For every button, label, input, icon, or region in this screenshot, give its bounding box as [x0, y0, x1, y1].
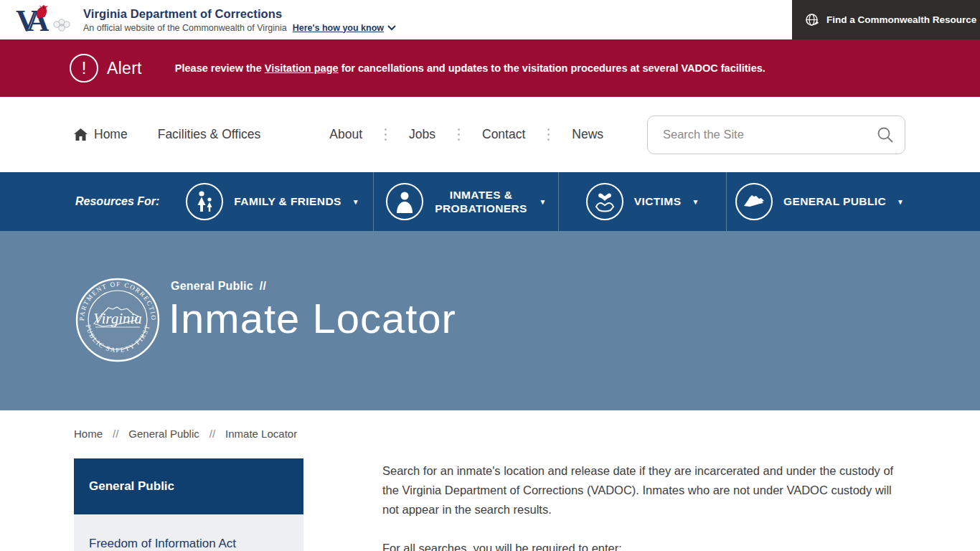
breadcrumb-general-public[interactable]: General Public — [128, 428, 199, 440]
va-cardinal-logo-icon: VA — [16, 4, 77, 37]
resources-victims-label: VICTIMS — [634, 195, 682, 208]
caret-down-icon: ▼ — [692, 198, 699, 206]
breadcrumb-current: Inmate Locator — [225, 428, 297, 440]
breadcrumb-separator: // — [209, 428, 215, 440]
breadcrumb-home[interactable]: Home — [74, 428, 103, 440]
virginia-map-icon — [735, 183, 773, 220]
family-icon — [186, 183, 223, 220]
vadoc-seal-icon: DEPARTMENT OF CORRECTIONS PUBLIC SAFETY … — [74, 276, 161, 364]
resources-for-label: Resources For: — [75, 172, 172, 231]
hero-banner: DEPARTMENT OF CORRECTIONS PUBLIC SAFETY … — [0, 231, 980, 410]
site-title: Virginia Department of Corrections — [83, 7, 396, 21]
person-bust-icon — [386, 183, 423, 220]
alert-banner: ! Alert Please review the Visitation pag… — [0, 39, 980, 97]
resources-public-label: GENERAL PUBLIC — [783, 195, 886, 208]
exclamation-glyph: ! — [82, 58, 87, 78]
caret-down-icon: ▼ — [352, 198, 359, 206]
heart-in-hands-icon — [586, 183, 623, 220]
nav-contact[interactable]: Contact — [482, 127, 525, 142]
resources-family-label: FAMILY & FRIENDS — [234, 195, 341, 208]
alert-message: Please review the Visitation page for ca… — [175, 62, 765, 74]
exclamation-circle-icon: ! — [70, 54, 98, 83]
nav-about-label: About — [329, 127, 362, 142]
visitation-page-link[interactable]: Visitation page — [265, 62, 339, 74]
main-article: Search for an inmate's location and rele… — [382, 458, 905, 551]
search-icon[interactable] — [877, 126, 894, 143]
sidebar-active-label: General Public — [89, 479, 174, 494]
alert-label: Alert — [107, 59, 142, 78]
requirements-lead: For all searches, you will be required t… — [382, 539, 905, 551]
hero-breadcrumb-separator: // — [260, 280, 266, 292]
hero-breadcrumb[interactable]: General Public// — [171, 280, 266, 293]
nav-facilities-label: Facilities & Offices — [158, 127, 261, 142]
page-content: General Public Freedom of Information Ac… — [0, 440, 980, 551]
nav-divider — [547, 128, 550, 141]
globe-icon — [805, 13, 819, 27]
home-icon — [74, 128, 88, 141]
sidebar-item-foia[interactable]: Freedom of Information Act — [89, 537, 288, 551]
alert-message-after: for cancellations and updates to the vis… — [339, 62, 765, 74]
nav-news[interactable]: News — [572, 127, 603, 142]
nav-contact-label: Contact — [482, 127, 525, 142]
svg-text:Virginia: Virginia — [93, 310, 142, 327]
nav-jobs[interactable]: Jobs — [409, 127, 435, 142]
resources-general-public[interactable]: GENERAL PUBLIC ▼ — [726, 172, 913, 231]
primary-nav: Home Facilities & Offices About Jobs Con… — [0, 97, 980, 172]
sidebar-list: Freedom of Information Act — [74, 514, 303, 551]
resources-inmates-label: INMATES & PROBATIONERS — [434, 188, 529, 216]
breadcrumb-separator: // — [113, 428, 118, 440]
alert-message-before: Please review the — [175, 62, 265, 74]
resources-family-friends[interactable]: FAMILY & FRIENDS ▼ — [172, 172, 373, 231]
sidebar-item-general-public[interactable]: General Public — [74, 458, 303, 514]
nav-jobs-label: Jobs — [409, 127, 435, 142]
nav-home-label: Home — [94, 127, 128, 142]
resources-victims[interactable]: VICTIMS ▼ — [558, 172, 726, 231]
nav-facilities-offices[interactable]: Facilities & Offices — [158, 127, 261, 142]
hero-breadcrumb-label: General Public — [171, 280, 253, 292]
nav-news-label: News — [572, 127, 603, 142]
site-search-input[interactable] — [647, 116, 905, 154]
resources-bar: Resources For: FAMILY & FRIENDS ▼ INMATE… — [0, 172, 980, 231]
chevron-down-icon — [387, 25, 396, 31]
site-header: VA Virginia Department of Corrections An… — [0, 0, 980, 39]
heres-how-you-know-label: Here's how you know — [293, 23, 384, 33]
resources-inmates-probationers[interactable]: INMATES & PROBATIONERS ▼ — [373, 172, 558, 231]
breadcrumb: Home // General Public // Inmate Locator — [0, 410, 980, 440]
find-commonwealth-resource-label: Find a Commonwealth Resource — [826, 14, 976, 25]
nav-about[interactable]: About — [329, 127, 362, 142]
nav-divider — [385, 128, 387, 141]
official-website-text: An official website of the Commonwealth … — [83, 23, 287, 33]
caret-down-icon: ▼ — [540, 198, 547, 206]
heres-how-you-know-link[interactable]: Here's how you know — [293, 23, 396, 33]
page-title: Inmate Locator — [169, 294, 456, 342]
find-commonwealth-resource-button[interactable]: Find a Commonwealth Resource — [792, 0, 980, 39]
nav-home[interactable]: Home — [74, 127, 128, 142]
caret-down-icon: ▼ — [897, 198, 904, 206]
site-search — [647, 116, 905, 154]
section-sidebar: General Public Freedom of Information Ac… — [74, 458, 303, 551]
vadoc-logo[interactable]: VA — [16, 4, 77, 37]
nav-divider — [458, 128, 460, 141]
intro-paragraph: Search for an inmate's location and rele… — [382, 461, 905, 519]
